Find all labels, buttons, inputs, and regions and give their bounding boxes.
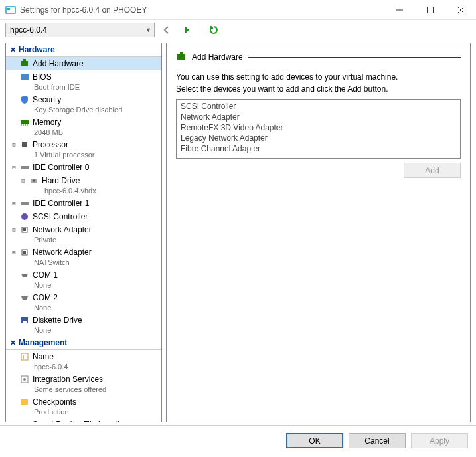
- panel-description-1: You can use this setting to add devices …: [176, 72, 461, 82]
- expand-icon[interactable]: [19, 176, 27, 185]
- chevron-down-icon: ▼: [145, 27, 151, 33]
- expand-icon[interactable]: [10, 248, 18, 257]
- svg-rect-23: [23, 251, 26, 254]
- tree-item-ide0[interactable]: IDE Controller 0: [6, 161, 161, 174]
- toolbar: hpcc-6.0.4 ▼: [0, 20, 476, 40]
- vm-selector-value: hpcc-6.0.4: [10, 25, 145, 35]
- tree-sub: Key Storage Drive disabled: [10, 105, 161, 114]
- tree-item-scsi[interactable]: SCSI Controller: [6, 210, 161, 223]
- hdd-icon: [29, 175, 39, 186]
- tree-item-add-hardware[interactable]: Add Hardware: [6, 57, 161, 70]
- tree-sub: 1 Virtual processor: [10, 150, 161, 159]
- svg-point-29: [23, 378, 26, 381]
- vm-selector-combo[interactable]: hpcc-6.0.4 ▼: [5, 23, 155, 37]
- tree-item-diskette[interactable]: Diskette Drive None: [6, 314, 161, 336]
- tree-sub: NATSwitch: [10, 258, 161, 267]
- tree-item-hard-drive[interactable]: Hard Drive hpcc-6.0.4.vhdx: [6, 174, 161, 197]
- cpu-icon: [19, 139, 30, 150]
- list-item[interactable]: Fibre Channel Adapter: [178, 143, 459, 154]
- panel-title: Add Hardware: [192, 52, 243, 62]
- com-port-icon: [19, 270, 30, 280]
- refresh-button[interactable]: [206, 23, 222, 37]
- svg-rect-21: [23, 228, 26, 231]
- titlebar: Settings for hpcc-6.0.4 on PHOOEY: [0, 0, 476, 20]
- close-button[interactable]: [445, 0, 476, 20]
- hardware-section-header[interactable]: ✕ Hardware: [6, 43, 161, 57]
- svg-point-19: [21, 213, 28, 220]
- tree-item-com1[interactable]: COM 1 None: [6, 268, 161, 291]
- controller-icon: [19, 198, 30, 209]
- expand-icon[interactable]: [10, 199, 18, 208]
- hardware-section-label: Hardware: [19, 45, 55, 54]
- svg-rect-6: [21, 61, 28, 66]
- hardware-listbox[interactable]: SCSI Controller Network Adapter RemoteFX…: [176, 99, 461, 159]
- list-item[interactable]: SCSI Controller: [178, 101, 459, 112]
- shield-icon: [19, 94, 30, 105]
- tree-sub: Private: [10, 235, 161, 244]
- add-button: Add: [404, 163, 461, 178]
- svg-rect-1: [7, 8, 10, 10]
- collapse-icon[interactable]: [10, 163, 18, 172]
- tree-sub: 2048 MB: [10, 128, 161, 137]
- apply-button: Apply: [411, 433, 468, 448]
- collapse-icon: ✕: [10, 46, 16, 54]
- tree-sub: None: [10, 325, 161, 335]
- add-hardware-icon: [176, 51, 188, 63]
- svg-point-17: [33, 179, 35, 182]
- minimize-button[interactable]: [384, 0, 415, 20]
- list-item[interactable]: RemoteFX 3D Video Adapter: [178, 122, 459, 133]
- svg-rect-14: [22, 142, 27, 147]
- detail-panel: Add Hardware You can use this setting to…: [166, 43, 471, 422]
- tree-item-security[interactable]: Security Key Storage Drive disabled: [6, 93, 161, 116]
- cancel-button[interactable]: Cancel: [349, 433, 406, 448]
- svg-rect-25: [23, 321, 27, 323]
- nav-forward-button[interactable]: [179, 23, 195, 37]
- tree-item-memory[interactable]: Memory 2048 MB: [6, 116, 161, 138]
- com-port-icon: [19, 292, 30, 303]
- collapse-icon: ✕: [10, 339, 16, 347]
- svg-rect-7: [23, 59, 26, 62]
- panel-header: Add Hardware: [176, 51, 461, 63]
- tree-item-paging[interactable]: Smart Paging File Location D:\VirtualMac…: [6, 418, 161, 422]
- tree-item-com2[interactable]: COM 2 None: [6, 291, 161, 314]
- tree-item-bios[interactable]: BIOS Boot from IDE: [6, 70, 161, 93]
- maximize-button[interactable]: [415, 0, 445, 20]
- integration-icon: [19, 374, 30, 385]
- window-title: Settings for hpcc-6.0.4 on PHOOEY: [20, 5, 384, 15]
- list-item[interactable]: Network Adapter: [178, 112, 459, 122]
- tree-item-network2[interactable]: Network Adapter NATSwitch: [6, 246, 161, 268]
- management-section-header[interactable]: ✕ Management: [6, 336, 161, 350]
- list-item[interactable]: Legacy Network Adapter: [178, 133, 459, 143]
- expand-icon[interactable]: [10, 225, 18, 234]
- settings-tree[interactable]: ✕ Hardware Add Hardware BIOS Boot from I…: [5, 43, 162, 422]
- tree-item-network1[interactable]: Network Adapter Private: [6, 223, 161, 246]
- nav-back-button[interactable]: [159, 23, 175, 37]
- tree-sub: None: [10, 303, 161, 312]
- header-rule: [248, 57, 461, 58]
- svg-text:I: I: [23, 354, 25, 361]
- scsi-icon: [19, 211, 30, 222]
- network-icon: [19, 225, 30, 235]
- tree-sub: hpcc-6.0.4.vhdx: [10, 186, 161, 195]
- tree-sub: Boot from IDE: [10, 82, 161, 92]
- ok-button[interactable]: OK: [286, 433, 343, 448]
- svg-rect-34: [180, 52, 183, 54]
- tree-item-name[interactable]: IName hpcc-6.0.4: [6, 350, 161, 373]
- svg-rect-30: [21, 399, 28, 405]
- panel-description-2: Select the devices you want to add and c…: [176, 84, 461, 94]
- svg-rect-9: [21, 120, 29, 124]
- network-icon: [19, 247, 30, 258]
- svg-rect-8: [21, 74, 29, 80]
- tree-item-ide1[interactable]: IDE Controller 1: [6, 197, 161, 210]
- dialog-footer: OK Cancel Apply: [0, 425, 476, 456]
- diskette-icon: [19, 315, 30, 325]
- tree-item-checkpoints[interactable]: Checkpoints Production: [6, 395, 161, 418]
- svg-rect-15: [21, 166, 29, 169]
- svg-rect-33: [177, 54, 185, 60]
- app-icon: [5, 5, 16, 15]
- tree-item-processor[interactable]: Processor 1 Virtual processor: [6, 138, 161, 161]
- add-hardware-icon: [19, 58, 30, 69]
- expand-icon[interactable]: [10, 140, 18, 149]
- management-section-label: Management: [19, 338, 67, 347]
- tree-item-integration[interactable]: Integration Services Some services offer…: [6, 373, 161, 395]
